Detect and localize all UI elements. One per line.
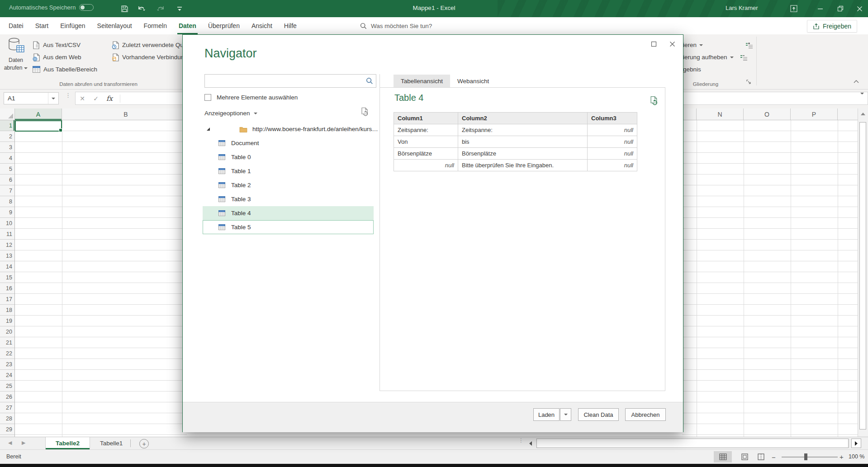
- column-header-p[interactable]: P: [791, 108, 838, 120]
- active-cell-a1[interactable]: [15, 120, 62, 132]
- tellme-search[interactable]: Was möchten Sie tun?: [360, 17, 432, 34]
- zoom-percentage[interactable]: 100 %: [849, 453, 864, 460]
- load-button[interactable]: Laden: [533, 408, 560, 421]
- ribbon-item-aus-text-csv[interactable]: Aus Text/CSV: [33, 39, 97, 51]
- horizontal-scrollbar[interactable]: [536, 439, 849, 448]
- preview-tab-tabellenansicht[interactable]: Tabellenansicht: [394, 75, 450, 87]
- row-header-6[interactable]: 6: [0, 175, 14, 185]
- row-header-3[interactable]: 3: [0, 142, 14, 153]
- row-header-15[interactable]: 15: [0, 272, 14, 283]
- scroll-up-icon[interactable]: [860, 112, 866, 116]
- page-break-view-icon[interactable]: [752, 451, 770, 462]
- ribbon-display-options-icon[interactable]: [784, 0, 804, 17]
- preview-refresh-icon[interactable]: [650, 96, 659, 106]
- row-header-24[interactable]: 24: [0, 370, 14, 381]
- multi-select-row[interactable]: Mehrere Elemente auswählen: [204, 94, 298, 101]
- autosave-control[interactable]: Automatisches Speichern: [9, 4, 94, 11]
- zoom-slider[interactable]: [782, 457, 838, 458]
- ribbon-item-outline-0[interactable]: ieren: [683, 39, 753, 51]
- row-header-12[interactable]: 12: [0, 240, 14, 250]
- customize-quick-access-icon[interactable]: [174, 3, 185, 14]
- ribbon-item-aus-tabelle-bereich[interactable]: Aus Tabelle/Bereich: [33, 63, 97, 75]
- row-header-11[interactable]: 11: [0, 229, 14, 240]
- column-header-a[interactable]: A: [15, 108, 62, 120]
- ribbon-item-outline-2[interactable]: gebnis: [683, 63, 753, 75]
- tree-item-table-0[interactable]: Table 0: [183, 150, 379, 164]
- row-header-5[interactable]: 5: [0, 164, 14, 175]
- undo-icon[interactable]: [136, 3, 147, 14]
- row-header-22[interactable]: 22: [0, 348, 14, 359]
- hscroll-left-icon[interactable]: [526, 439, 536, 448]
- select-all-corner[interactable]: [0, 108, 15, 120]
- row-header-21[interactable]: 21: [0, 337, 14, 348]
- column-header-b[interactable]: B: [62, 108, 190, 120]
- column-header-partial[interactable]: [838, 108, 858, 120]
- horizontal-scroll-thumb[interactable]: [536, 439, 849, 448]
- row-header-26[interactable]: 26: [0, 392, 14, 402]
- menu-tab-ansicht[interactable]: Ansicht: [246, 17, 278, 34]
- save-icon[interactable]: [119, 3, 130, 14]
- sheet-tab-tabelle1[interactable]: Tabelle1: [90, 437, 133, 449]
- tree-item-document[interactable]: Document: [183, 136, 379, 150]
- hscroll-right-icon[interactable]: [851, 439, 861, 448]
- zoom-out-icon[interactable]: −: [772, 453, 776, 461]
- normal-view-icon[interactable]: [714, 451, 732, 462]
- column-header-partial[interactable]: [682, 108, 697, 120]
- row-header-29[interactable]: 29: [0, 424, 14, 435]
- page-layout-view-icon[interactable]: [735, 451, 754, 462]
- ribbon-item-aus-dem-web[interactable]: Aus dem Web: [33, 51, 97, 63]
- menu-tab-überprüfen[interactable]: Überprüfen: [202, 17, 246, 34]
- ribbon-item-zuletzt-verwendete-qu[interactable]: Zuletzt verwendete Qu: [112, 39, 184, 51]
- tree-item-table-1[interactable]: Table 1: [183, 164, 379, 178]
- row-header-16[interactable]: 16: [0, 283, 14, 294]
- row-header-4[interactable]: 4: [0, 153, 14, 164]
- clean-data-button[interactable]: Clean Data: [578, 408, 619, 421]
- preview-tab-webansicht[interactable]: Webansicht: [450, 75, 496, 87]
- row-header-14[interactable]: 14: [0, 261, 14, 272]
- get-data-button[interactable]: Daten abrufen: [3, 37, 29, 85]
- row-header-1[interactable]: 1: [0, 120, 14, 131]
- row-header-28[interactable]: 28: [0, 413, 14, 424]
- vertical-scroll-thumb[interactable]: [859, 122, 866, 429]
- sheet-tab-tabelle2[interactable]: Tabelle2: [45, 437, 90, 449]
- tree-item-table-4[interactable]: Table 4: [183, 206, 379, 220]
- formula-bar-expand-icon[interactable]: [860, 94, 864, 103]
- menu-tab-start[interactable]: Start: [29, 17, 55, 34]
- dialog-maximize-icon[interactable]: [646, 38, 661, 50]
- menu-tab-datei[interactable]: Datei: [3, 17, 29, 34]
- add-sheet-icon[interactable]: +: [139, 439, 149, 448]
- tree-item-table-2[interactable]: Table 2: [183, 178, 379, 192]
- ribbon-item-outline-1[interactable]: ierung aufheben: [683, 51, 753, 63]
- row-header-20[interactable]: 20: [0, 326, 14, 337]
- row-header-18[interactable]: 18: [0, 305, 14, 316]
- autosave-toggle[interactable]: [79, 4, 94, 11]
- collapse-ribbon-icon[interactable]: [853, 80, 859, 84]
- search-icon[interactable]: [363, 77, 376, 85]
- restore-icon[interactable]: [830, 0, 850, 17]
- row-header-27[interactable]: 27: [0, 402, 14, 413]
- navigator-search-input[interactable]: [205, 75, 363, 87]
- menu-tab-formeln[interactable]: Formeln: [138, 17, 173, 34]
- row-header-7[interactable]: 7: [0, 185, 14, 196]
- menu-tab-einfügen[interactable]: Einfügen: [54, 17, 91, 34]
- ribbon-item-vorhandene-verbindun[interactable]: Vorhandene Verbindun: [112, 51, 184, 63]
- navigator-search-box[interactable]: [204, 74, 376, 88]
- redo-icon[interactable]: [155, 3, 166, 14]
- tabbar-splitter[interactable]: ⋮: [518, 439, 524, 442]
- multi-select-checkbox[interactable]: [204, 94, 211, 101]
- menu-tab-hilfe[interactable]: Hilfe: [278, 17, 303, 34]
- tree-item-table-5[interactable]: Table 5: [183, 220, 379, 234]
- row-header-13[interactable]: 13: [0, 250, 14, 261]
- sheet-nav-right-icon[interactable]: ▶: [22, 440, 25, 446]
- menu-tab-daten[interactable]: Daten: [173, 17, 202, 34]
- tree-refresh-icon[interactable]: [361, 107, 370, 117]
- tree-root-url[interactable]: http://www.boerse-frankfurt.de/anleihen/…: [183, 122, 379, 136]
- row-header-19[interactable]: 19: [0, 316, 14, 326]
- zoom-slider-thumb[interactable]: [804, 453, 807, 460]
- dialog-launcher-icon[interactable]: [746, 80, 752, 85]
- row-header-8[interactable]: 8: [0, 196, 14, 207]
- sheet-grid-left[interactable]: [15, 120, 187, 437]
- display-options-dropdown[interactable]: Anzeigeoptionen: [204, 110, 257, 117]
- sheet-nav-left-icon[interactable]: ◀: [8, 440, 12, 446]
- confirm-entry-icon[interactable]: ✓: [89, 92, 103, 104]
